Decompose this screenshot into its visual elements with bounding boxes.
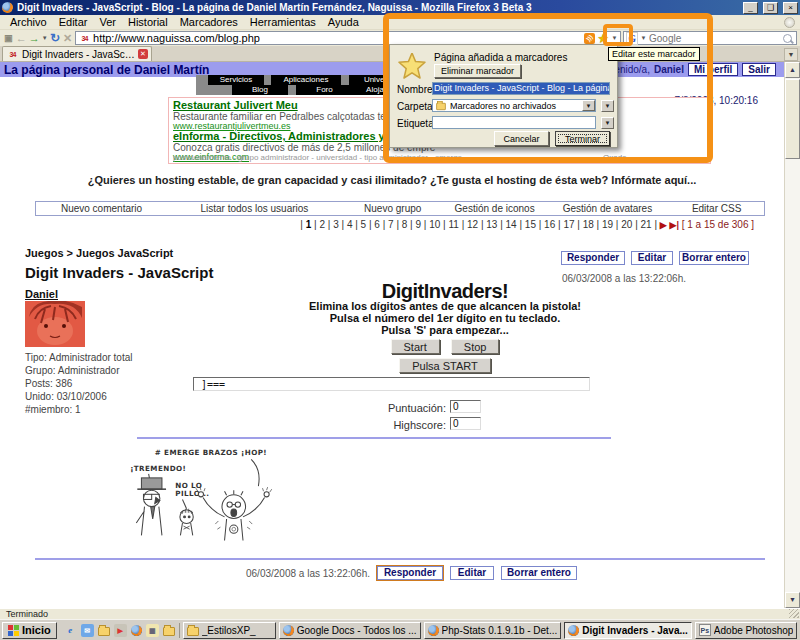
- menu-herramientas[interactable]: Herramientas: [244, 16, 322, 28]
- image-viewer-icon[interactable]: [146, 624, 159, 637]
- status-text: Terminado: [6, 609, 48, 619]
- sitenav-servicios[interactable]: Servicios: [208, 75, 264, 85]
- menu-archivo[interactable]: Archivo: [4, 16, 53, 28]
- game-block: DigitInvaders! Elimina los dígitos antes…: [105, 282, 784, 373]
- reload-button[interactable]: [50, 32, 61, 45]
- folder-label: Carpeta: [397, 101, 433, 112]
- taskbar-item-label: Adobe Photoshop: [714, 625, 794, 636]
- hosting-promo-link[interactable]: ¿Quieres un hosting estable, de gran cap…: [0, 174, 784, 186]
- highlight-star-frame: [603, 24, 633, 46]
- folder-select[interactable]: Marcadores no archivados: [432, 99, 596, 112]
- reply-button-bottom[interactable]: Responder: [377, 566, 443, 580]
- game-title: DigitInvaders!: [105, 282, 784, 300]
- restore-button[interactable]: [763, 2, 778, 14]
- pulsa-start-button[interactable]: Pulsa START: [399, 358, 491, 373]
- ie-icon[interactable]: [64, 624, 77, 637]
- action-editar-css[interactable]: Editar CSS: [669, 203, 764, 214]
- stop-button[interactable]: [62, 32, 73, 45]
- page-icon[interactable]: [3, 32, 14, 45]
- score-input[interactable]: [450, 400, 481, 413]
- taskbar-item-php-stats[interactable]: Php-Stats 0.1.9.1b - Det...: [424, 622, 562, 639]
- action-gestion-avatares[interactable]: Gestión de avatares: [546, 203, 670, 214]
- scroll-down-icon[interactable]: ▼: [785, 592, 800, 608]
- dialog-title: Página añadida a marcadores: [434, 52, 567, 63]
- resize-grip-icon[interactable]: [789, 609, 799, 618]
- tab-close-icon[interactable]: [138, 49, 148, 59]
- comic-drawing: # EMERGE BRAZOS ¡HOP! ¡TREMENDO! NO LO P…: [128, 443, 318, 561]
- edit-button-bottom[interactable]: Editar: [450, 566, 494, 580]
- menu-ayuda[interactable]: Ayuda: [322, 16, 365, 28]
- minimize-button[interactable]: [743, 2, 758, 14]
- menu-editar[interactable]: Editar: [53, 16, 94, 28]
- done-button[interactable]: Terminar: [555, 131, 610, 146]
- game-field-input[interactable]: [193, 377, 590, 391]
- taskbar-item-label: Php-Stats 0.1.9.1b - Det...: [442, 625, 558, 636]
- history-dropdown-icon[interactable]: [42, 35, 48, 41]
- taskbar-item-digit-invaders[interactable]: Digit Invaders - Java...: [564, 622, 692, 639]
- start-button[interactable]: Start: [391, 339, 440, 354]
- pagination-last-icon[interactable]: ▶|: [669, 220, 678, 230]
- firefox-icon: [283, 625, 294, 636]
- start-button-windows[interactable]: Inicio: [2, 622, 57, 639]
- explorer-icon[interactable]: [163, 627, 175, 636]
- comic-divider: [137, 437, 611, 439]
- action-gestion-iconos[interactable]: Gestión de iconos: [444, 203, 546, 214]
- folder-dropdown-icon[interactable]: [582, 100, 595, 111]
- menu-ver[interactable]: Ver: [93, 16, 122, 28]
- bookmark-name-input[interactable]: Digit Invaders - JavaScript - Blog - La …: [432, 82, 610, 95]
- action-nuevo-grupo[interactable]: Nuevo grupo: [342, 203, 444, 214]
- stop-button-game[interactable]: Stop: [451, 339, 500, 354]
- cancel-button[interactable]: Cancelar: [494, 131, 549, 146]
- pagination-pages[interactable]: | 2 | 3 | 4 | 5 | 6 | 7 | 8 | 9 | 10 | 1…: [311, 219, 659, 230]
- forward-button[interactable]: [29, 32, 40, 45]
- taskbar-item-google-docs[interactable]: Google Docs - Todos los ...: [279, 622, 421, 639]
- taskbar-item-label: Google Docs - Todos los ...: [297, 625, 417, 636]
- remove-bookmark-button[interactable]: Eliminar marcador: [434, 64, 521, 78]
- site-title: La página personal de Daniel Martín: [4, 63, 209, 77]
- highscore-label: Highscore:: [330, 419, 446, 431]
- firefox-quicklaunch-icon[interactable]: [131, 625, 142, 636]
- footer-divider: [35, 558, 765, 560]
- sitenav-foro[interactable]: Foro: [296, 85, 353, 95]
- sitenav-blog[interactable]: Blog: [232, 85, 288, 95]
- sitenav-aplicaciones[interactable]: Aplicaciones: [271, 75, 341, 85]
- author-link[interactable]: Daniel: [25, 288, 58, 300]
- search-icon[interactable]: [783, 34, 792, 43]
- tags-input[interactable]: [432, 116, 596, 129]
- vertical-scrollbar[interactable]: ▲ ▼: [784, 62, 800, 608]
- firefox-icon: [2, 2, 13, 13]
- menu-historial[interactable]: Historial: [122, 16, 174, 28]
- folder-icon[interactable]: [98, 627, 110, 636]
- back-button[interactable]: [16, 32, 27, 45]
- edit-button-top[interactable]: Editar: [631, 251, 673, 265]
- reply-button-top[interactable]: Responder: [561, 251, 625, 265]
- breadcrumb[interactable]: Juegos > Juegos JavaScript: [25, 247, 173, 259]
- taskbar-item-estilosxp[interactable]: _EstilosXP_: [183, 622, 276, 639]
- mail-icon[interactable]: [81, 624, 94, 637]
- action-listar-usuarios[interactable]: Listar todos los usuarios: [167, 203, 342, 214]
- name-label: Nombre: [397, 84, 433, 95]
- media-player-icon[interactable]: [114, 624, 127, 637]
- site-favicon-icon: [78, 33, 91, 44]
- tab-list-button[interactable]: [784, 48, 798, 61]
- taskbar-item-photoshop[interactable]: Adobe Photoshop: [695, 622, 798, 639]
- delete-button-bottom[interactable]: Borrar entero: [501, 566, 577, 580]
- tags-expander-button[interactable]: [601, 117, 614, 129]
- post-title: Digit Invaders - JavaScript: [25, 264, 213, 281]
- quick-launch-bar: [60, 623, 180, 638]
- pagination-next-icon[interactable]: ▶: [660, 220, 667, 230]
- delete-button-top[interactable]: Borrar entero: [679, 251, 749, 265]
- close-button[interactable]: [783, 2, 798, 14]
- browser-window: Digit Invaders - JavaScript - Blog - La …: [0, 0, 800, 640]
- pagination[interactable]: | 1 | 2 | 3 | 4 | 5 | 6 | 7 | 8 | 9 | 10…: [300, 219, 754, 230]
- scrollbar-thumb[interactable]: [785, 79, 800, 159]
- folder-expander-button[interactable]: [601, 100, 614, 112]
- highscore-input[interactable]: [450, 417, 481, 430]
- action-nuevo-comentario[interactable]: Nuevo comentario: [36, 203, 167, 214]
- window-title: Digit Invaders - JavaScript - Blog - La …: [17, 2, 738, 13]
- folder-icon: [436, 102, 446, 109]
- menu-marcadores[interactable]: Marcadores: [174, 16, 244, 28]
- tab-digit-invaders[interactable]: Digit Invaders - JavaScript - Blo...: [2, 46, 152, 61]
- logout-button[interactable]: Salir: [742, 63, 776, 76]
- scroll-up-icon[interactable]: ▲: [785, 62, 800, 78]
